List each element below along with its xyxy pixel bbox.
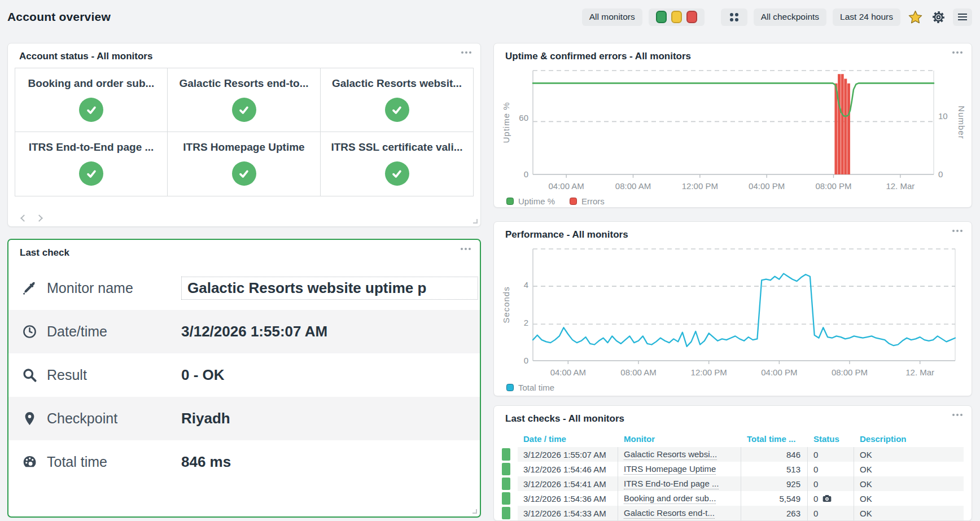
- ok-stripe-icon: [502, 507, 510, 519]
- last-check-card: Last check Monitor name Galactic Resorts…: [7, 239, 481, 518]
- legend-errors[interactable]: Errors: [570, 196, 605, 206]
- table-row[interactable]: 3/12/2026 1:55:07 AM Galactic Resorts we…: [501, 447, 964, 462]
- monitor-cell: Galactic Resorts websi...: [618, 447, 741, 462]
- row-status-cell: [501, 476, 518, 491]
- monitor-name: ITRS SSL certificate vali...: [321, 141, 473, 154]
- monitor-cell: ITRS End-to-End page ...: [618, 476, 741, 491]
- svg-text:Uptime %: Uptime %: [501, 102, 511, 143]
- field-row: Monitor name Galactic Resorts website up…: [8, 266, 480, 310]
- svg-text:12:00 PM: 12:00 PM: [691, 367, 727, 377]
- col-total-time-header[interactable]: Total time ...: [741, 434, 808, 444]
- uptime-swatch-icon: [506, 198, 514, 205]
- period-filter-button[interactable]: Last 24 hours: [833, 8, 900, 26]
- description-cell: OK: [854, 491, 964, 506]
- svg-text:12. Mar: 12. Mar: [886, 181, 915, 191]
- monitor-status-tile[interactable]: ITRS End-to-End page ...: [15, 132, 168, 196]
- prev-page-button[interactable]: [20, 214, 28, 222]
- monitor-name: Galactic Resorts websit...: [321, 77, 473, 90]
- menu-button[interactable]: [953, 8, 972, 26]
- chart-legend: Total time: [494, 379, 972, 392]
- svg-text:0: 0: [938, 169, 943, 179]
- legend-total-time[interactable]: Total time: [506, 383, 554, 392]
- star-icon: [908, 10, 923, 25]
- monitor-tiles: Booking and order sub... Galactic Resort…: [15, 68, 474, 196]
- date-cell: 3/12/2026 1:54:46 AM: [518, 462, 618, 476]
- dashboard-layout-button[interactable]: [721, 8, 747, 26]
- datetime-value: 3/12/2026 1:55:07 AM: [181, 323, 327, 340]
- field-label: Monitor name: [47, 280, 181, 296]
- monitor-link[interactable]: ITRS End-to-End page ...: [624, 479, 719, 489]
- field-row: Date/time 3/12/2026 1:55:07 AM: [8, 310, 480, 353]
- gear-icon: [931, 10, 946, 24]
- monitors-filter-button[interactable]: All monitors: [582, 8, 642, 26]
- ok-status-icon: [79, 98, 103, 122]
- monitor-name: ITRS End-to-End page ...: [15, 141, 167, 154]
- monitor-link[interactable]: Galactic Resorts websi...: [624, 449, 717, 460]
- card-menu-button[interactable]: [952, 414, 963, 416]
- monitor-name-value[interactable]: Galactic Resorts website uptime p: [181, 277, 478, 300]
- monitor-link[interactable]: Booking and order sub...: [624, 493, 716, 504]
- last-checks-card: Last checks - All monitors Date / time M…: [493, 405, 972, 521]
- field-row: Checkpoint Riyadh: [8, 397, 480, 440]
- monitor-link[interactable]: ITRS Homepage Uptime: [624, 464, 716, 475]
- status-value: 0: [813, 494, 818, 504]
- card-menu-button[interactable]: [461, 248, 471, 250]
- page-title: Account overview: [7, 10, 111, 24]
- legend-uptime[interactable]: Uptime %: [506, 196, 555, 206]
- resize-handle[interactable]: [473, 509, 477, 514]
- monitor-link[interactable]: Galactic Resorts end-t...: [624, 508, 715, 519]
- tile-pager: [21, 216, 42, 221]
- col-status-header[interactable]: Status: [808, 434, 854, 444]
- row-status-cell: [501, 447, 518, 462]
- svg-text:04:00 AM: 04:00 AM: [548, 181, 584, 191]
- monitor-status-tile[interactable]: ITRS Homepage Uptime: [168, 132, 321, 196]
- svg-text:12:00 PM: 12:00 PM: [682, 181, 718, 191]
- status-cell: 0: [808, 506, 854, 520]
- field-label: Checkpoint: [47, 410, 181, 427]
- favorite-button[interactable]: [907, 8, 924, 26]
- table-row[interactable]: 3/12/2026 1:54:36 AM Booking and order s…: [501, 491, 964, 506]
- svg-text:04:00 PM: 04:00 PM: [761, 367, 797, 377]
- field-row: Total time 846 ms: [8, 440, 480, 484]
- card-menu-button[interactable]: [952, 51, 963, 54]
- card-menu-button[interactable]: [952, 230, 963, 232]
- monitor-status-tile[interactable]: Booking and order sub...: [15, 68, 168, 132]
- checkpoints-filter-button[interactable]: All checkpoints: [754, 8, 826, 26]
- toolbar-controls: All monitors All checkpoints Last 24 hou…: [582, 8, 972, 26]
- chart-legend: Uptime % Errors: [494, 193, 972, 206]
- speedometer-icon: [22, 454, 47, 470]
- ok-stripe-icon: [502, 448, 510, 461]
- card-menu-button[interactable]: [461, 51, 471, 54]
- ok-status-icon: [232, 98, 256, 122]
- col-description-header[interactable]: Description: [854, 434, 964, 444]
- uptime-errors-chart: 04:00 AM08:00 AM12:00 PM04:00 PM08:00 PM…: [500, 65, 965, 193]
- status-filter-button[interactable]: [649, 8, 705, 26]
- status-cell: 0: [808, 447, 854, 462]
- date-cell: 3/12/2026 1:55:07 AM: [518, 447, 618, 462]
- monitor-name: Booking and order sub...: [15, 77, 167, 90]
- monitor-status-tile[interactable]: ITRS SSL certificate vali...: [321, 132, 474, 196]
- card-title: Last check: [8, 240, 480, 259]
- ok-stripe-icon: [502, 492, 510, 505]
- svg-text:0: 0: [524, 169, 528, 179]
- account-status-card: Account status - All monitors Booking an…: [7, 43, 481, 227]
- field-label: Date/time: [47, 323, 181, 340]
- performance-chart: 04:00 AM08:00 AM12:00 PM04:00 PM08:00 PM…: [500, 244, 965, 379]
- col-date-header[interactable]: Date / time: [518, 434, 618, 444]
- ok-stripe-icon: [502, 463, 510, 475]
- status-error-icon: [686, 11, 697, 23]
- table-row[interactable]: 3/12/2026 1:54:41 AM ITRS End-to-End pag…: [501, 476, 964, 491]
- next-page-button[interactable]: [36, 214, 43, 222]
- ok-stripe-icon: [502, 478, 510, 490]
- date-cell: 3/12/2026 1:54:41 AM: [518, 476, 618, 491]
- row-status-cell: [501, 462, 518, 476]
- resize-handle[interactable]: [473, 219, 478, 224]
- screenshot-camera-icon[interactable]: [823, 494, 832, 502]
- description-cell: OK: [854, 506, 964, 520]
- table-row[interactable]: 3/12/2026 1:54:33 AM Galactic Resorts en…: [501, 506, 964, 520]
- monitor-status-tile[interactable]: Galactic Resorts websit...: [321, 68, 474, 132]
- settings-button[interactable]: [930, 9, 947, 25]
- monitor-status-tile[interactable]: Galactic Resorts end-to...: [168, 68, 321, 132]
- col-monitor-header[interactable]: Monitor: [618, 434, 741, 444]
- table-row[interactable]: 3/12/2026 1:54:46 AM ITRS Homepage Uptim…: [501, 462, 964, 476]
